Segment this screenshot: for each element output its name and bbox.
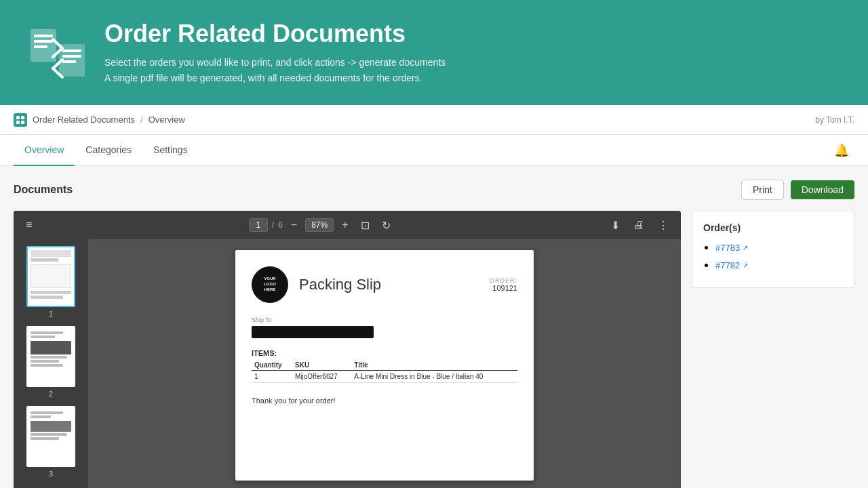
print-button[interactable]: Print <box>741 180 784 200</box>
order-list-item-2: #7782 ↗ <box>715 259 843 271</box>
order-label-7783: #7783 <box>715 243 740 253</box>
order-link-7783[interactable]: #7783 ↗ <box>715 243 748 253</box>
breadcrumb: Order Related Documents / Overview <box>14 113 185 127</box>
breadcrumb-app-name: Order Related Documents <box>33 115 135 125</box>
col-header-quantity: Quantity <box>252 360 292 371</box>
items-title: ITEMS: <box>252 349 517 357</box>
download-button[interactable]: Download <box>791 180 854 199</box>
zoom-in-button[interactable]: + <box>338 218 352 232</box>
breadcrumb-current: Overview <box>149 115 185 125</box>
author-label: by Tom I.T. <box>815 115 854 125</box>
order-link-7782[interactable]: #7782 ↗ <box>715 260 748 270</box>
print-pdf-button[interactable]: 🖨 <box>629 218 648 232</box>
pdf-thumbnail-3[interactable]: 3 <box>20 406 81 478</box>
pdf-toolbar-center: 1 / 6 − 87% + ⊡ ↻ <box>249 218 395 233</box>
svg-rect-11 <box>21 121 24 124</box>
logo-text-line3: HERE <box>264 287 276 293</box>
pdf-toolbar-left: ≡ <box>22 218 36 232</box>
nav-tabs: Overview Categories Settings 🔔 <box>0 135 868 166</box>
order-number: 109121 <box>490 284 517 292</box>
logo-text-line1: YOUR <box>264 277 275 282</box>
order-label-7782: #7782 <box>715 260 740 270</box>
rotate-button[interactable]: ↻ <box>378 218 395 233</box>
orders-list: #7783 ↗ #7782 ↗ <box>703 241 843 271</box>
pdf-body: 1 <box>14 239 681 488</box>
svg-rect-8 <box>16 116 20 119</box>
content-area: Documents Print Download ≡ 1 / 6 <box>0 166 868 488</box>
header-text-block: Order Related Documents Select the order… <box>104 20 446 85</box>
items-section: ITEMS: Quantity SKU Title <box>252 349 517 383</box>
pdf-thumbnail-1[interactable]: 1 <box>20 246 81 318</box>
total-pages: 6 <box>278 220 283 230</box>
download-pdf-button[interactable]: ⬇ <box>607 218 624 233</box>
documents-actions: Print Download <box>741 180 854 200</box>
pdf-viewer: ≡ 1 / 6 − 87% + ⊡ ↻ ⬇ 🖨 <box>14 211 681 488</box>
more-options-button[interactable]: ⋮ <box>654 218 673 233</box>
thumbnail-num-3: 3 <box>49 470 53 478</box>
row-sku: MijoOffer6627 <box>292 371 351 383</box>
table-row: 1 MijoOffer6627 A-Line Mini Dress in Blu… <box>252 371 517 383</box>
subtitle-1: Select the orders you would like to prin… <box>104 55 446 70</box>
order-info: ORDER: 109121 <box>490 277 517 292</box>
col-header-sku: SKU <box>292 360 351 371</box>
svg-rect-5 <box>62 49 81 52</box>
header-icon <box>27 22 88 83</box>
order-label: ORDER: <box>490 277 517 284</box>
tab-settings[interactable]: Settings <box>142 135 199 166</box>
items-table: Quantity SKU Title 1 MijoOffer66 <box>252 360 517 383</box>
order-list-item-1: #7783 ↗ <box>715 241 843 253</box>
svg-rect-7 <box>62 60 76 63</box>
zoom-display: 87% <box>305 218 334 232</box>
pdf-toolbar: ≡ 1 / 6 − 87% + ⊡ ↻ ⬇ 🖨 <box>14 211 681 239</box>
external-link-icon-7783: ↗ <box>743 244 748 251</box>
page-separator: / <box>272 220 274 230</box>
external-link-icon-7782: ↗ <box>743 262 748 269</box>
svg-rect-2 <box>34 40 53 43</box>
thumbnail-image-3 <box>26 406 75 467</box>
logo-text-line2: LOGO <box>264 282 276 287</box>
tabs-list: Overview Categories Settings <box>14 135 199 165</box>
breadcrumb-separator: / <box>140 115 143 125</box>
pdf-page-header: YOUR LOGO HERE Packing Slip ORDER: 10912… <box>252 266 517 303</box>
ship-to-bar <box>252 326 374 338</box>
hamburger-icon[interactable]: ≡ <box>22 218 36 232</box>
thumbnail-image-2 <box>26 326 75 387</box>
svg-rect-1 <box>34 35 53 37</box>
svg-rect-6 <box>62 55 81 58</box>
thumbnail-num-1: 1 <box>49 310 53 318</box>
pdf-page-content: YOUR LOGO HERE Packing Slip ORDER: 10912… <box>235 250 534 481</box>
documents-header: Documents Print Download <box>14 180 854 200</box>
pdf-thumbnail-2[interactable]: 2 <box>20 326 81 398</box>
svg-rect-10 <box>16 121 20 124</box>
ship-to-section: Ship To <box>252 317 517 338</box>
pdf-main-page: YOUR LOGO HERE Packing Slip ORDER: 10912… <box>88 239 681 488</box>
subtitle-2: A single pdf file will be generated, wit… <box>104 70 446 85</box>
orders-panel-title: Order(s) <box>703 222 843 233</box>
thank-you-text: Thank you for your order! <box>252 396 517 405</box>
logo-circle: YOUR LOGO HERE <box>252 266 288 303</box>
svg-rect-9 <box>21 116 24 119</box>
tab-overview[interactable]: Overview <box>14 135 75 166</box>
pdf-toolbar-right: ⬇ 🖨 ⋮ <box>607 218 673 233</box>
app-icon <box>14 113 27 127</box>
topbar: Order Related Documents / Overview by To… <box>0 105 868 135</box>
row-quantity: 1 <box>252 371 292 383</box>
svg-rect-3 <box>34 45 47 48</box>
thumbnail-num-2: 2 <box>49 390 53 398</box>
zoom-out-button[interactable]: − <box>287 218 301 232</box>
thumbnail-image-1 <box>26 246 75 307</box>
pdf-thumbnails: 1 <box>14 239 88 488</box>
fit-page-button[interactable]: ⊡ <box>357 218 374 233</box>
page-title: Order Related Documents <box>104 20 446 48</box>
page-number-input[interactable]: 1 <box>249 218 268 232</box>
tab-categories[interactable]: Categories <box>75 135 142 166</box>
page-header: Order Related Documents Select the order… <box>0 0 868 105</box>
documents-title: Documents <box>14 184 73 196</box>
packing-slip-title: Packing Slip <box>299 276 479 293</box>
orders-panel: Order(s) #7783 ↗ #7782 ↗ <box>692 211 854 288</box>
row-title: A-Line Mini Dress in Blue - Blue / Itali… <box>351 371 517 383</box>
main-row: ≡ 1 / 6 − 87% + ⊡ ↻ ⬇ 🖨 <box>14 211 854 488</box>
ship-to-label: Ship To <box>252 317 517 323</box>
col-header-title: Title <box>351 360 517 371</box>
notification-bell-icon[interactable]: 🔔 <box>829 138 854 163</box>
